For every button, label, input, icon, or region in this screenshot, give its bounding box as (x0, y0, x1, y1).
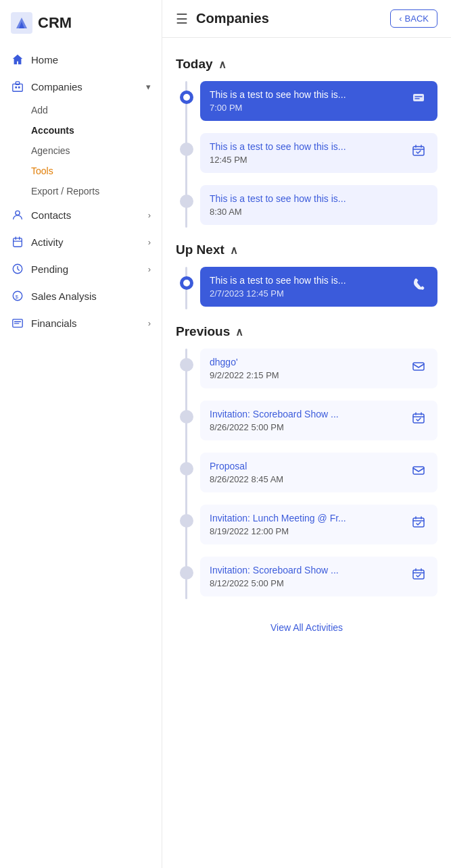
today-card-3[interactable]: This is a test to see how this is... 8:3… (200, 185, 437, 225)
prev-item-5: Invitation: Scoreboard Show ... 8/12/202… (200, 557, 437, 599)
prev-item-4: Invitation: Lunch Meeting @ Fr... 8/19/2… (200, 505, 437, 547)
prev-card-4-time: 8/19/2022 12:00 PM (210, 526, 402, 536)
upnext-card-1[interactable]: This is a test to see how this is... 2/7… (200, 267, 437, 307)
main-content: ☰ Companies ‹ BACK Today ∧ This is a tes… (162, 0, 451, 868)
sidebar-financials-label: Financials (31, 317, 77, 329)
sidebar-item-activity[interactable]: Activity › (0, 228, 162, 255)
previous-label: Previous (176, 324, 230, 339)
sidebar-sales-label: Sales Analysis (31, 290, 97, 302)
calendar-check-icon (409, 141, 428, 160)
home-icon (11, 53, 24, 66)
today-item-1: This is a test to see how this is... 7:0… (200, 81, 437, 124)
activity-content: Today ∧ This is a test to see how this i… (162, 38, 451, 660)
sidebar-item-contacts[interactable]: Contacts › (0, 201, 162, 228)
subnav-export[interactable]: Export / Reports (31, 181, 162, 201)
sidebar-item-financials[interactable]: Financials › (0, 309, 162, 336)
today-card-2[interactable]: This is a test to see how this is... 12:… (200, 133, 437, 173)
svg-rect-13 (413, 94, 424, 101)
svg-rect-8 (14, 238, 22, 247)
subnav-accounts[interactable]: Accounts (31, 120, 162, 141)
prev-card-2-title: Invitation: Scoreboard Show ... (210, 409, 402, 419)
back-button[interactable]: ‹ BACK (390, 9, 437, 28)
upnext-timeline: This is a test to see how this is... 2/7… (176, 267, 437, 309)
today-card-1-title: This is a test to see how this is... (210, 89, 402, 100)
prev-card-1[interactable]: dhggo' 9/2/2022 2:15 PM (200, 349, 437, 388)
activity-icon (11, 235, 24, 249)
prev-dot-2 (180, 410, 193, 424)
previous-timeline: dhggo' 9/2/2022 2:15 PM Invitation: Scor… (176, 349, 437, 599)
calendar-check-icon-2 (409, 409, 428, 428)
sidebar-item-companies[interactable]: Companies ▾ (0, 73, 162, 100)
today-label: Today (176, 57, 213, 72)
prev-card-1-time: 9/2/2022 2:15 PM (210, 370, 402, 380)
sidebar-home-label: Home (31, 54, 58, 66)
sidebar-item-home[interactable]: Home (0, 46, 162, 73)
mail-icon (409, 357, 428, 376)
sidebar-contacts-label: Contacts (31, 209, 71, 221)
prev-dot-5 (180, 566, 193, 580)
upnext-dot-1 (180, 276, 193, 290)
prev-item-3: Proposal 8/26/2022 8:45 AM (200, 453, 437, 495)
calendar-check-icon-4 (409, 565, 428, 584)
subnav-agencies[interactable]: Agencies (31, 141, 162, 161)
svg-rect-15 (413, 363, 424, 370)
upnext-card-1-time: 2/7/2023 12:45 PM (210, 288, 402, 299)
prev-card-4-title: Invitation: Lunch Meeting @ Fr... (210, 513, 402, 524)
svg-rect-4 (15, 86, 17, 88)
sidebar-activity-label: Activity (31, 236, 64, 248)
today-card-3-title: This is a test to see how this is... (210, 193, 402, 204)
today-item-3: This is a test to see how this is... 8:3… (200, 185, 437, 228)
mail-icon-2 (409, 461, 428, 480)
today-card-1[interactable]: This is a test to see how this is... 7:0… (200, 81, 437, 121)
today-collapse-icon[interactable]: ∧ (218, 58, 227, 71)
sidebar-item-pending[interactable]: Pending › (0, 255, 162, 282)
prev-card-1-text: dhggo' 9/2/2022 2:15 PM (210, 357, 402, 380)
prev-card-5-time: 8/12/2022 5:00 PM (210, 578, 402, 588)
upnext-collapse-icon[interactable]: ∧ (230, 244, 238, 257)
prev-card-3[interactable]: Proposal 8/26/2022 8:45 AM (200, 453, 437, 492)
chevron-right-icon: › (148, 237, 151, 247)
today-timeline: This is a test to see how this is... 7:0… (176, 81, 437, 228)
app-logo[interactable]: CRM (0, 0, 162, 46)
financials-icon (11, 316, 24, 330)
page-title: Companies (196, 11, 382, 26)
subnav-add[interactable]: Add (31, 100, 162, 120)
today-card-2-time: 12:45 PM (210, 155, 402, 165)
prev-card-5[interactable]: Invitation: Scoreboard Show ... 8/12/202… (200, 557, 437, 596)
upnext-card-1-title: This is a test to see how this is... (210, 275, 402, 286)
upnext-section-heading: Up Next ∧ (176, 242, 437, 257)
prev-card-4[interactable]: Invitation: Lunch Meeting @ Fr... 8/19/2… (200, 505, 437, 544)
prev-card-1-title: dhggo' (210, 357, 402, 367)
prev-item-1: dhggo' 9/2/2022 2:15 PM (200, 349, 437, 391)
prev-card-2[interactable]: Invitation: Scoreboard Show ... 8/26/202… (200, 401, 437, 440)
prev-card-3-time: 8/26/2022 8:45 AM (210, 474, 402, 484)
hamburger-button[interactable]: ☰ (176, 11, 188, 27)
today-dot-1 (180, 91, 193, 104)
prev-card-2-text: Invitation: Scoreboard Show ... 8/26/202… (210, 409, 402, 432)
pending-icon (11, 262, 24, 276)
svg-rect-18 (413, 518, 424, 527)
blank-icon (409, 193, 428, 212)
svg-rect-6 (16, 82, 19, 85)
chevron-down-icon: ▾ (146, 82, 151, 92)
crm-logo-icon (11, 12, 32, 34)
svg-rect-19 (413, 570, 424, 579)
svg-rect-5 (18, 86, 20, 88)
sidebar-pending-label: Pending (31, 263, 68, 275)
prev-dot-3 (180, 462, 193, 476)
previous-collapse-icon[interactable]: ∧ (235, 326, 243, 338)
prev-card-3-title: Proposal (210, 461, 402, 471)
view-all-activities[interactable]: View All Activities (176, 609, 437, 640)
prev-card-2-time: 8/26/2022 5:00 PM (210, 422, 402, 432)
prev-card-4-text: Invitation: Lunch Meeting @ Fr... 8/19/2… (210, 513, 402, 536)
sidebar-item-sales[interactable]: $ Sales Analysis (0, 282, 162, 309)
today-card-2-text: This is a test to see how this is... 12:… (210, 141, 402, 165)
sidebar-companies-label: Companies (31, 81, 82, 93)
today-section-heading: Today ∧ (176, 57, 437, 72)
prev-card-5-title: Invitation: Scoreboard Show ... (210, 565, 402, 576)
back-chevron-icon: ‹ (399, 14, 402, 24)
chevron-down-icon: › (148, 210, 151, 220)
today-card-1-time: 7:00 PM (210, 103, 402, 113)
subnav-tools[interactable]: Tools (31, 161, 162, 181)
app-title: CRM (38, 14, 72, 32)
